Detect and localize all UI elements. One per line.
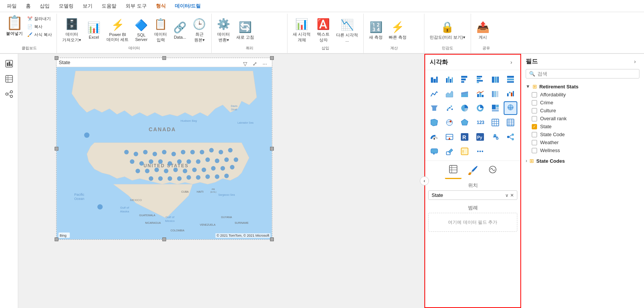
sensitivity-button[interactable]: 🔒 민감도(미리 보기)▾ <box>427 17 467 44</box>
menu-view[interactable]: 보기 <box>79 1 96 11</box>
viz-icon-scatter[interactable] <box>443 101 456 115</box>
viz-icon-treemap[interactable] <box>488 101 502 115</box>
resize-handle-ml[interactable] <box>55 147 58 151</box>
fields-search-box[interactable]: 🔍 <box>526 69 639 79</box>
viz-icon-table[interactable] <box>488 116 502 129</box>
viz-icon-donut[interactable] <box>473 101 487 115</box>
viz-icon-stacked-bar-100-h[interactable] <box>504 72 517 86</box>
viz-analytics-tab[interactable] <box>484 162 501 179</box>
field-item-weather[interactable]: Weather <box>526 138 639 146</box>
viz-icon-py[interactable]: Py <box>473 130 487 144</box>
resize-handle-bl[interactable] <box>55 237 58 241</box>
viz-icon-line[interactable] <box>427 87 441 101</box>
checkbox-affordability[interactable] <box>532 92 537 97</box>
viz-icon-pie[interactable] <box>458 101 471 115</box>
field-item-overall-rank[interactable]: Overall rank <box>526 115 639 123</box>
powerbi-button[interactable]: ⚡ Power BI데이터 세트 <box>104 17 131 44</box>
viz-icon-kpi-table[interactable] <box>443 130 456 144</box>
collapse-viz-panel-btn[interactable]: ‹ <box>420 176 429 185</box>
viz-icon-map[interactable] <box>504 101 517 115</box>
format-copy-button[interactable]: 🖌️ 서식 복사 <box>26 31 53 38</box>
quick-measure-button[interactable]: ⚡ 빠른 측정 <box>386 17 409 44</box>
copy-button[interactable]: 📄 복사 <box>26 23 53 30</box>
viz-icon-clustered-bar-h[interactable] <box>473 72 487 86</box>
menu-modeling[interactable]: 모델링 <box>55 1 77 11</box>
resize-handle-br[interactable] <box>270 237 274 241</box>
viz-icon-edit[interactable] <box>443 145 456 158</box>
viz-icon-waterfall[interactable] <box>504 87 517 101</box>
menu-insert[interactable]: 삽입 <box>36 1 53 11</box>
viz-icon-gauge[interactable] <box>427 130 441 144</box>
menu-external-tools[interactable]: 외부 도구 <box>122 1 151 11</box>
transform-button[interactable]: ⚙️ 데이터변환▾ <box>215 17 232 44</box>
checkbox-crime[interactable] <box>532 100 537 105</box>
viz-icon-stacked-bar[interactable] <box>427 72 441 86</box>
viz-icon-decomp-tree[interactable] <box>504 130 517 144</box>
recent-source-button[interactable]: 🕒 최근원본▾ <box>190 17 208 44</box>
menu-file[interactable]: 파일 <box>3 1 20 11</box>
menu-format[interactable]: 형식 <box>152 1 170 11</box>
dropdown-close-icon[interactable]: ✕ <box>510 193 514 198</box>
field-item-culture[interactable]: Culture <box>526 107 639 115</box>
resize-handle-tl[interactable] <box>55 56 58 60</box>
viz-icon-shape-map[interactable] <box>458 116 471 129</box>
viz-icon-area[interactable] <box>443 87 456 101</box>
menu-help[interactable]: 도움말 <box>98 1 120 11</box>
table-view-icon[interactable] <box>2 72 16 86</box>
field-item-wellness[interactable]: Wellness <box>526 146 639 154</box>
sql-button[interactable]: 🔷 SQLServer <box>132 17 150 44</box>
resize-handle-tr[interactable] <box>270 56 274 60</box>
more-icon[interactable]: ··· <box>261 60 269 68</box>
menu-data-drill[interactable]: 데이터/드릴 <box>171 1 205 11</box>
another-visual-button[interactable]: 📉 다른 시각적... <box>334 17 360 44</box>
paste-button[interactable]: 📋 붙여넣기 <box>5 15 24 42</box>
viz-icon-text-123[interactable]: 123 <box>473 116 487 129</box>
checkbox-culture[interactable] <box>532 108 537 113</box>
checkbox-weather[interactable] <box>532 140 537 145</box>
location-dropdown[interactable]: State ∨ ✕ <box>428 190 517 200</box>
dropdown-arrow-icon[interactable]: ∨ <box>505 193 509 198</box>
new-measure-button[interactable]: 🔢 새 측정 <box>367 17 385 44</box>
viz-format-tab[interactable]: 🖌️ <box>465 162 481 179</box>
filter-icon[interactable]: ▽ <box>241 60 249 68</box>
datasource-button[interactable]: 🔗 Data... <box>171 17 189 44</box>
viz-icon-r[interactable]: R <box>458 130 471 144</box>
model-view-icon[interactable] <box>2 87 16 101</box>
report-view-icon[interactable] <box>2 57 16 71</box>
viz-icon-custom1[interactable]: ! <box>458 145 471 158</box>
legend-placeholder[interactable]: 여기에 데이터 필드 추가 <box>428 213 517 232</box>
field-group-state-codes-header[interactable]: › ⊞ State Codes <box>526 157 639 165</box>
viz-icon-azure-map[interactable] <box>443 116 456 129</box>
field-item-crime[interactable]: Crime <box>526 99 639 107</box>
viz-icon-ribbon[interactable] <box>488 87 502 101</box>
publish-button[interactable]: 📤 게시 <box>474 17 492 44</box>
field-group-retirement-stats-header[interactable]: ▼ ⊞ Retirement Stats <box>526 82 639 91</box>
viz-icon-more[interactable] <box>473 145 487 158</box>
expand-viz-panel-btn[interactable]: › <box>507 58 516 67</box>
checkbox-overall-rank[interactable] <box>532 116 537 121</box>
viz-icon-funnel[interactable] <box>427 101 441 115</box>
excel-button[interactable]: 📊 Excel <box>85 17 103 44</box>
get-data-button[interactable]: 🗄️ 데이터가져오기▾ <box>60 17 83 44</box>
refresh-button[interactable]: 🔄 새로 고침 <box>234 17 256 44</box>
checkbox-state-code[interactable] <box>532 132 537 137</box>
viz-icon-line-clustered[interactable] <box>473 87 487 101</box>
viz-icon-stacked-area[interactable] <box>458 87 471 101</box>
expand-fields-panel-btn[interactable]: › <box>630 57 639 66</box>
resize-handle-tm[interactable] <box>162 56 166 60</box>
viz-fields-tab[interactable] <box>445 162 462 179</box>
viz-icon-filled-map[interactable] <box>427 116 441 129</box>
map-visual[interactable]: State ▽ ⤢ ··· CANADA <box>56 58 272 240</box>
resize-handle-bm[interactable] <box>162 237 166 241</box>
search-input[interactable] <box>537 71 636 77</box>
viz-icon-smart-narrative[interactable] <box>427 145 441 158</box>
textbox-button[interactable]: 🅰️ 텍스트상자 <box>314 17 332 44</box>
cut-button[interactable]: ✂️ 잘라내기 <box>26 15 53 22</box>
resize-handle-mr[interactable] <box>270 147 274 151</box>
checkbox-state[interactable]: ✓ <box>532 124 537 129</box>
menu-home[interactable]: 홈 <box>22 1 35 11</box>
viz-icon-stacked-bar-h[interactable] <box>458 72 471 86</box>
field-item-state[interactable]: ✓ State <box>526 123 639 130</box>
field-item-state-code[interactable]: State Code <box>526 130 639 138</box>
new-visual-button[interactable]: 📊 새 시각적개체 <box>291 17 313 44</box>
